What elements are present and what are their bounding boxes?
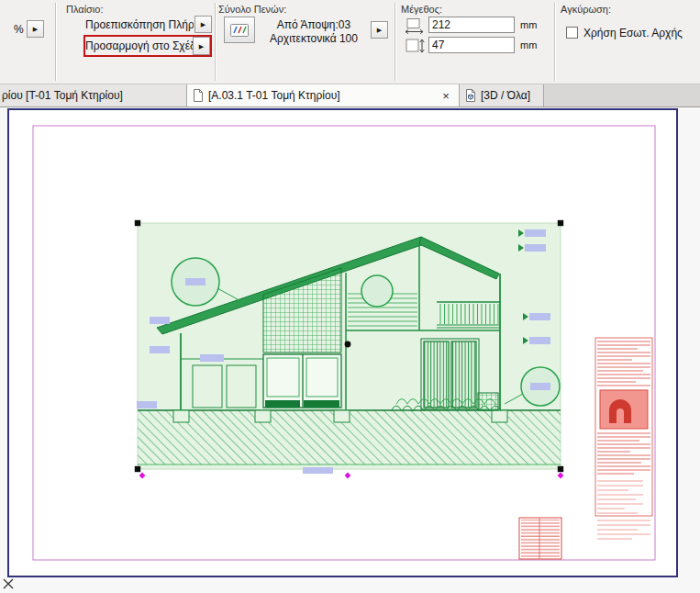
tab-3d-all[interactable]: [3D / Όλα] (460, 84, 544, 106)
frame-preview-flyout-button[interactable]: ▶ (194, 16, 212, 33)
width-input[interactable] (428, 17, 515, 33)
toolbar-separator (215, 3, 216, 81)
tab-label: ρίου [T-01 Τομή Κτηρίου] (2, 89, 123, 102)
zoom-flyout-button[interactable]: ▶ (27, 20, 44, 38)
tab-label: [A.03.1 T-01 Τομή Κτηρίου] (208, 89, 340, 102)
pen-set-value: Από Άποψη:03 Αρχιτεκτονικά 100 (259, 18, 369, 46)
right-arrow-icon: ▶ (377, 27, 382, 33)
3d-view-icon (465, 89, 476, 102)
right-arrow-icon: ▶ (33, 26, 38, 32)
anchor-checkbox[interactable] (566, 27, 578, 39)
anchor-group-label: Αγκύρωση: (561, 4, 611, 15)
fit-to-drawing-flyout-button[interactable]: ▶ (193, 37, 210, 55)
archicad-window: % ▶ Πλαίσιο: Προεπισκόπηση Πλήρους Ακ...… (0, 0, 700, 593)
height-input[interactable] (428, 37, 515, 53)
toolbar-separator (554, 3, 555, 81)
pen-set-flyout-button[interactable]: ▶ (371, 21, 388, 39)
document-icon (193, 89, 204, 102)
frame-group-label: Πλαίσιο: (66, 4, 104, 15)
fit-to-drawing-highlight: Προσαρμογή στο Σχέδιο ▶ (83, 35, 212, 57)
tab-label: [3D / Όλα] (481, 89, 530, 102)
tab-bar: ρίου [T-01 Τομή Κτηρίου] [A.03.1 T-01 Το… (0, 84, 700, 107)
tab-section-t01[interactable]: ρίου [T-01 Τομή Κτηρίου] (0, 84, 187, 106)
pen-set-value-line1: Από Άποψη:03 (259, 18, 369, 32)
zoom-percent-label: % (14, 23, 24, 36)
width-unit-label: mm (520, 19, 537, 30)
toolbar-separator (394, 3, 395, 81)
anchor-checkbox-label: Χρήση Εσωτ. Αρχής (583, 27, 683, 39)
fit-to-drawing-button[interactable]: Προσαρμογή στο Σχέδιο (85, 39, 193, 52)
pen-set-button[interactable] (224, 17, 255, 43)
pen-set-group-label: Σύνολο Πενών: (218, 4, 286, 15)
pen-set-icon (229, 22, 250, 39)
right-arrow-icon: ▶ (199, 43, 204, 50)
tab-layout-a031-active[interactable]: [A.03.1 T-01 Τομή Κτηρίου] × (187, 84, 460, 106)
revision-stamp (519, 518, 561, 559)
frame-preview-dropdown[interactable]: Προεπισκόπηση Πλήρους Ακ... (85, 18, 194, 31)
drawing-selection[interactable] (137, 223, 561, 474)
tab-close-button[interactable]: × (439, 88, 453, 103)
layout-canvas[interactable] (0, 107, 700, 593)
height-unit-label: mm (520, 39, 537, 50)
toolbar-separator (55, 3, 56, 81)
drawing-width-icon (404, 17, 426, 34)
drawing-settings-toolbar: % ▶ Πλαίσιο: Προεπισκόπηση Πλήρους Ακ...… (0, 0, 700, 84)
right-arrow-icon: ▶ (201, 21, 206, 28)
size-group-label: Μέγεθος: (401, 4, 442, 15)
pen-set-value-line2: Αρχιτεκτονικά 100 (259, 32, 369, 46)
layout-canvas-area[interactable] (0, 107, 700, 593)
drawing-height-icon (404, 38, 426, 54)
